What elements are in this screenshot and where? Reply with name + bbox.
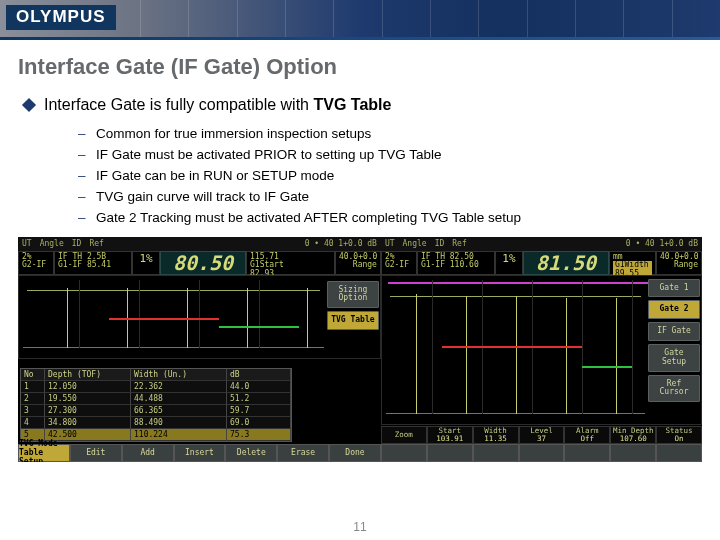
fn-done[interactable]: Done (329, 444, 381, 462)
mode-label: UT (385, 239, 395, 248)
bar-cell: 115.71 G1Start 82.93 (246, 251, 335, 275)
gate2-bar (219, 326, 299, 328)
fn-edit[interactable]: Edit (70, 444, 122, 462)
topbar: UT Angle ID Ref 0 • 40 1+0.0 dB (381, 237, 702, 251)
tvg-curve (27, 290, 320, 291)
page-number: 11 (0, 520, 720, 534)
side-btn-refcursor[interactable]: Ref Cursor (648, 375, 700, 403)
angle-label: Angle (403, 239, 427, 248)
id-cell: 2% G2-IF (18, 251, 54, 275)
param-zoom[interactable]: Zoom (381, 426, 427, 444)
col-width: Width (Un.) (131, 369, 227, 381)
fn-add[interactable]: Add (122, 444, 174, 462)
cell: 12.050 (45, 381, 131, 393)
cell: 34.800 (45, 417, 131, 429)
cell: 22.362 (131, 381, 227, 393)
brand-logo: OLYMPUS (6, 5, 116, 30)
ascan-wrap: Gate 1 Gate 2 IF Gate Gate Setup Ref Cur… (381, 275, 702, 425)
fn[interactable] (519, 444, 565, 462)
mode-label: UT (22, 239, 32, 248)
col-no: No (21, 369, 45, 381)
echo-peak (247, 288, 248, 348)
id-cell: 2% G2-IF (381, 251, 417, 275)
sub-bullet: TVG gain curve will track to IF Gate (78, 187, 702, 208)
main-bullet-text: Interface Gate is fully compatible with … (44, 96, 391, 114)
range-line: Range (339, 261, 377, 270)
param-v: Off (581, 435, 595, 443)
echo-peak (616, 298, 617, 414)
id-line: G2-IF (22, 261, 50, 270)
th-line: G1-IF 85.41 (58, 261, 128, 270)
bullet-bold: TVG Table (313, 96, 391, 113)
side-btn-sizing[interactable]: Sizing Option (327, 281, 379, 309)
param-v: On (675, 435, 684, 443)
diamond-bullet-icon (22, 98, 36, 112)
fn-tvgmode[interactable]: TVG Mode Table Setup (18, 444, 70, 462)
cell: 110.224 (131, 429, 227, 441)
param-v: 11.35 (484, 435, 507, 443)
fn-bar: TVG Mode Table Setup Edit Add Insert Del… (18, 444, 381, 462)
fn[interactable] (427, 444, 473, 462)
pct-cell: 1% (495, 251, 523, 275)
cell: 59.7 (227, 405, 291, 417)
cell: 66.365 (131, 405, 227, 417)
tvg-row[interactable]: 1 12.050 22.362 44.0 (21, 381, 291, 393)
slide-body: Interface Gate (IF Gate) Option Interfac… (0, 40, 720, 462)
fn[interactable] (564, 444, 610, 462)
infobar: 2% G2-IF IF TH 2.5B G1-IF 85.41 1% 80.50… (18, 251, 381, 275)
fn[interactable] (656, 444, 702, 462)
echo-peak (67, 288, 68, 348)
cell: 69.0 (227, 417, 291, 429)
instrument-screenshot-left: UT Angle ID Ref 0 • 40 1+0.0 dB 2% G2-IF… (18, 237, 381, 462)
big-readout: 80.50 (160, 251, 246, 275)
db-readout: 0 • 40 1+0.0 dB (305, 239, 377, 248)
side-btn-gate1[interactable]: Gate 1 (648, 279, 700, 298)
side-btn-gate2[interactable]: Gate 2 (648, 300, 700, 319)
cell: 44.488 (131, 393, 227, 405)
sub-bullet: Common for true immersion inspection set… (78, 124, 702, 145)
cell: 4 (21, 417, 45, 429)
param-bar: Zoom Start103.91 Width11.35 Level37 Alar… (381, 426, 702, 444)
fn-insert[interactable]: Insert (174, 444, 226, 462)
cell: 27.300 (45, 405, 131, 417)
screenshot-row: UT Angle ID Ref 0 • 40 1+0.0 dB 2% G2-IF… (18, 237, 702, 462)
cell: 44.0 (227, 381, 291, 393)
ifgate-bar (388, 282, 648, 284)
main-bullet: Interface Gate is fully compatible with … (24, 96, 702, 114)
fn[interactable] (610, 444, 656, 462)
param-level[interactable]: Level37 (519, 426, 565, 444)
fn[interactable] (473, 444, 519, 462)
bullet-lead: Interface Gate is fully compatible with (44, 96, 313, 113)
tvg-row[interactable]: 3 27.300 66.365 59.7 (21, 405, 291, 417)
id-line: G2-IF (385, 261, 413, 270)
tvg-row[interactable]: 4 34.800 88.490 69.0 (21, 417, 291, 429)
big-readout: 81.50 (523, 251, 609, 275)
fn-erase[interactable]: Erase (277, 444, 329, 462)
ref-label: Ref (452, 239, 466, 248)
cell: 3 (21, 405, 45, 417)
param-start[interactable]: Start103.91 (427, 426, 473, 444)
gate1-bar (442, 346, 582, 348)
tvg-row[interactable]: 2 19.550 44.488 51.2 (21, 393, 291, 405)
side-menu: Gate 1 Gate 2 IF Gate Gate Setup Ref Cur… (648, 279, 700, 403)
th-line: G1-IF 110.60 (421, 261, 491, 270)
side-btn-gatesetup[interactable]: Gate Setup (648, 344, 700, 372)
fn[interactable] (381, 444, 427, 462)
side-menu: Sizing Option TVG Table (327, 281, 379, 330)
header-grid-decor (140, 0, 720, 37)
range-cell: 40.0+0.0 Range (656, 251, 702, 275)
topbar: UT Angle ID Ref 0 • 40 1+0.0 dB (18, 237, 381, 251)
param-width[interactable]: Width11.35 (473, 426, 519, 444)
sub-bullet: IF Gate must be activated PRIOR to setti… (78, 145, 702, 166)
cell: 2 (21, 393, 45, 405)
param-mindepth[interactable]: Min Depth107.60 (610, 426, 656, 444)
param-alarm[interactable]: AlarmOff (564, 426, 610, 444)
echo-peak (416, 294, 417, 414)
fn-delete[interactable]: Delete (225, 444, 277, 462)
side-btn-ifgate[interactable]: IF Gate (648, 322, 700, 341)
param-v: 103.91 (436, 435, 463, 443)
side-btn-tvg[interactable]: TVG Table (327, 311, 379, 330)
param-status[interactable]: StatusOn (656, 426, 702, 444)
param-v: 107.60 (620, 435, 647, 443)
echo-peak (466, 296, 467, 414)
